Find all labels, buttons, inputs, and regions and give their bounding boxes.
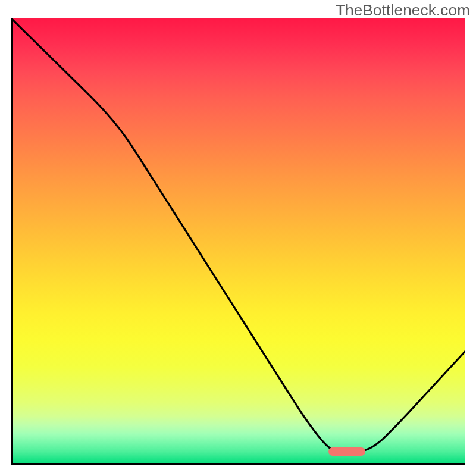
optimal-range-marker — [328, 447, 365, 456]
bottleneck-curve-line — [11, 18, 465, 453]
chart-container: TheBottleneck.com — [0, 0, 476, 476]
watermark-text: TheBottleneck.com — [336, 1, 470, 20]
line-chart-svg — [11, 18, 465, 465]
